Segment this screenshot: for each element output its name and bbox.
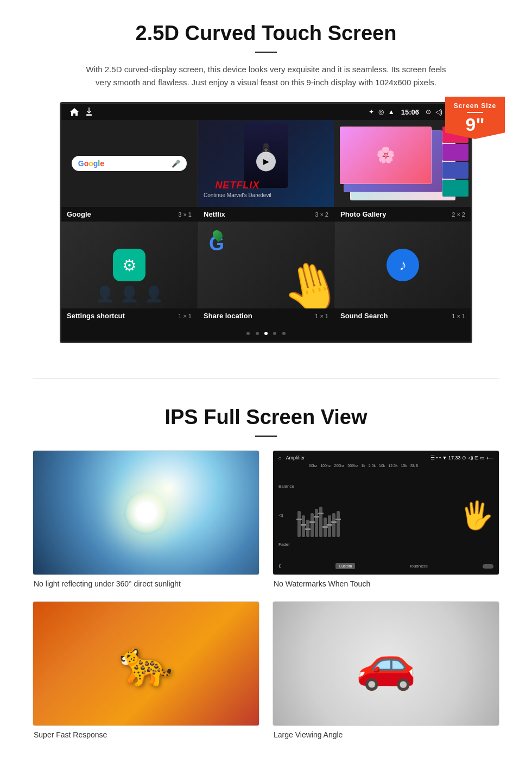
car-visual: 🚗 [273,602,499,726]
location-icon: ◎ [378,108,384,116]
google-app-cell[interactable]: Google 🎤 [61,120,197,207]
amp-left-labels: Balance ◁) Fader [278,470,294,561]
eq-bar-8 [328,515,331,537]
app-grid-bottom: ⚙ 👤👤👤 G 🤚 [61,222,471,308]
volume-icon: ◁) [435,108,442,116]
cheetah-image: 🐆 [33,601,259,726]
amplifier-image: ⌂ Amplifier ☰ • • ▼ 17:33 ⊙ ◁) ⊡ ▭ ⟵ 60h… [273,450,499,575]
eq-bar-10 [337,511,340,537]
settings-icon-wrap: ⚙ [113,249,145,281]
amp-prev-icon: ⟪ [278,564,281,569]
status-bar: ✦ ◎ ▲ 15:06 ⊙ ◁) ▣ ▭ [61,104,471,120]
section1-title: 2.5D Curved Touch Screen [33,22,499,45]
amp-bottom-bar: ⟪ Custom loudness [276,561,496,571]
car-caption: Large Viewing Angle [273,730,499,739]
eq-bar-9 [332,513,335,537]
gear-icon: ⚙ [122,256,137,275]
device-mockup: Screen Size 9" ✦ [60,102,472,343]
sound-icon-wrap: ♪ [387,249,419,281]
sunlight-caption: No light reflecting under 360° direct su… [33,579,259,588]
cheetah-icon: 🐆 [119,638,173,689]
google-label: Google 3 × 1 [61,207,197,222]
app-labels-top: Google 3 × 1 Netflix 3 × 2 Photo Gallery… [61,207,471,222]
status-bar-left [69,107,93,117]
amp-custom-button: Custom [335,563,355,569]
curved-touch-section: 2.5D Curved Touch Screen With 2.5D curve… [0,0,532,362]
amp-freq-labels: 60hz100hz200hz500hz1k2.5k10k12.5k15kSUB [293,464,496,470]
settings-app-cell[interactable]: ⚙ 👤👤👤 [61,222,197,308]
pagination-dots [61,323,471,342]
eq-bar-6 [319,507,322,537]
mic-icon: 🎤 [172,160,180,168]
dot-4 [273,332,276,335]
amp-home-icon: ⌂ [278,455,281,460]
sun-rays [124,491,168,534]
section2-divider [255,436,277,437]
amp-title: Amplifier [286,455,430,460]
map-marker [213,230,222,241]
section1-description: With 2.5D curved-display screen, this de… [81,63,451,89]
amp-main-area: Balance ◁) Fader [276,470,496,561]
ips-section: IPS Full Screen View No light reflecting… [0,395,532,757]
netflix-logo: NETFLIX [204,180,271,191]
sunlight-image [33,450,259,575]
photo-layer-3: 🌸 [340,127,432,184]
badge-size: 9" [465,114,484,135]
stacked-photos: 🌸 [337,122,468,205]
dot-3-active [264,332,268,335]
hand-pointing-icon: 🤚 [275,253,334,308]
amp-loudness-label: loudness [410,564,428,569]
google-search-bar[interactable]: Google 🎤 [72,156,187,171]
gallery-label: Photo Gallery 2 × 2 [335,207,471,222]
badge-divider [467,112,483,113]
netflix-play-button[interactable]: ▶ [256,152,276,171]
amplifier-visual: ⌂ Amplifier ☰ • • ▼ 17:33 ⊙ ◁) ⊡ ▭ ⟵ 60h… [273,451,499,575]
eq-bar-7 [324,518,327,537]
photo-stack-edge [442,127,468,197]
badge-label: Screen Size [449,102,501,110]
camera-icon: ⊙ [426,108,431,116]
amp-sliders-area: 🖐 [297,470,493,561]
share-location-cell[interactable]: G 🤚 [198,222,334,308]
home-icon [69,107,80,117]
netflix-subtitle: Continue Marvel's Daredevil [204,192,271,198]
app-grid-top: Google 🎤 🕴 ▶ NETFLIX Continue Mar [61,120,471,207]
dot-1 [246,332,250,335]
feature-cheetah: 🐆 Super Fast Response [33,601,259,739]
section-divider [33,378,499,379]
amp-loudness-toggle[interactable] [483,564,493,569]
google-logo: Google [78,159,104,168]
eq-bar-2 [302,515,305,537]
dot-5 [282,332,286,335]
netflix-app-cell[interactable]: 🕴 ▶ NETFLIX Continue Marvel's Daredevil [198,120,334,207]
feature-sunlight: No light reflecting under 360° direct su… [33,450,259,588]
cheetah-visual: 🐆 [33,602,259,726]
amp-topbar: ⌂ Amplifier ☰ • • ▼ 17:33 ⊙ ◁) ⊡ ▭ ⟵ [276,454,496,462]
wifi-icon: ▲ [388,108,395,116]
feature-grid: No light reflecting under 360° direct su… [33,450,499,739]
section2-title: IPS Full Screen View [33,406,499,429]
feature-car: 🚗 Large Viewing Angle [273,601,499,739]
bluetooth-icon: ✦ [369,108,374,116]
netflix-label: Netflix 3 × 2 [198,207,334,222]
car-top-view-icon: 🚗 [356,635,416,692]
cheetah-caption: Super Fast Response [33,730,259,739]
screen-size-badge: Screen Size 9" [445,97,505,139]
netflix-info: NETFLIX Continue Marvel's Daredevil [204,180,271,198]
car-image: 🚗 [273,601,499,726]
sound-label: Sound Search 1 × 1 [335,308,471,323]
hand-touch-icon: 🖐 [460,500,493,531]
share-label: Share location 1 × 1 [198,308,334,323]
title-divider [255,52,277,53]
settings-label: Settings shortcut 1 × 1 [61,308,197,323]
settings-bg-icons: 👤👤👤 [96,285,163,303]
sunlight-visual [33,451,259,575]
amplifier-caption: No Watermarks When Touch [273,579,499,588]
music-note-icon: ♪ [399,256,407,274]
sound-search-cell[interactable]: ♪ [335,222,471,308]
usb-icon [85,107,93,117]
amp-eq-bars [297,494,454,537]
tablet-screen: ✦ ◎ ▲ 15:06 ⊙ ◁) ▣ ▭ Google [60,102,472,343]
amp-icons: ☰ • • ▼ 17:33 ⊙ ◁) ⊡ ▭ ⟵ [430,455,493,460]
app-labels-bottom: Settings shortcut 1 × 1 Share location 1… [61,308,471,323]
